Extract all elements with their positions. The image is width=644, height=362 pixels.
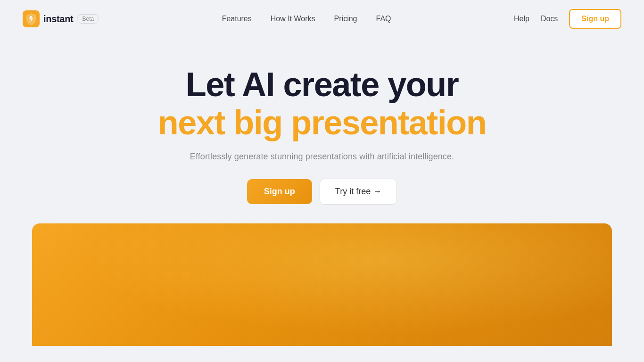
hero-subtitle: Effortlessly generate stunning presentat… xyxy=(190,152,454,162)
nav-docs[interactable]: Docs xyxy=(541,15,558,23)
demo-preview xyxy=(32,223,612,346)
logo-icon xyxy=(23,10,40,27)
nav-help[interactable]: Help xyxy=(514,15,529,23)
hero-section: Let AI create your next big presentation… xyxy=(0,38,644,223)
brand-name: instant xyxy=(43,14,73,25)
logo-container[interactable]: instant Beta xyxy=(23,10,99,27)
navbar: instant Beta Features How It Works Prici… xyxy=(0,0,644,38)
nav-pricing[interactable]: Pricing xyxy=(334,15,357,23)
beta-badge: Beta xyxy=(77,14,99,24)
signup-button-nav[interactable]: Sign up xyxy=(569,9,621,29)
nav-right: Help Docs Sign up xyxy=(514,9,621,29)
hero-title-line2: next big presentation xyxy=(158,103,487,142)
nav-center: Features How It Works Pricing FAQ xyxy=(222,15,391,23)
signup-button-hero[interactable]: Sign up xyxy=(247,179,312,204)
nav-features[interactable]: Features xyxy=(222,15,252,23)
nav-how-it-works[interactable]: How It Works xyxy=(271,15,315,23)
hero-title-line1: Let AI create your xyxy=(186,66,459,103)
nav-faq[interactable]: FAQ xyxy=(376,15,391,23)
try-free-button[interactable]: Try it free → xyxy=(320,179,397,205)
hero-cta-container: Sign up Try it free → xyxy=(247,179,397,205)
